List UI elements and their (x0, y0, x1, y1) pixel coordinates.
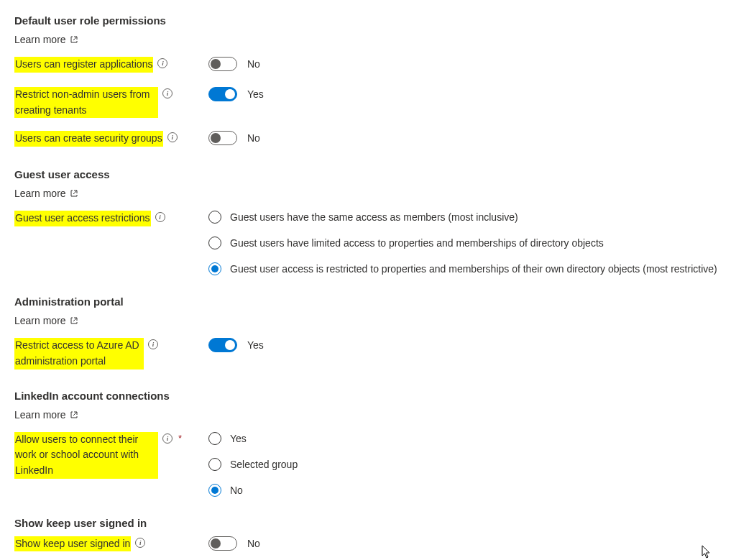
radio-option-guest-1[interactable]: Guest users have limited access to prope… (208, 237, 717, 249)
info-icon[interactable]: i (157, 58, 167, 68)
setting-label: Users can register applications (14, 57, 153, 73)
info-icon[interactable]: i (135, 538, 145, 548)
external-link-icon (70, 189, 78, 198)
section-title: Show keep user signed in (14, 517, 722, 529)
info-icon[interactable]: i (148, 339, 158, 349)
radio-input[interactable] (208, 237, 221, 249)
learn-more-link[interactable]: Learn more (14, 315, 78, 326)
section-guest-access: Guest user access Learn more Guest user … (14, 168, 722, 275)
setting-label: Show keep user signed in (14, 536, 131, 552)
section-title: Administration portal (14, 295, 722, 308)
info-icon[interactable]: i (162, 88, 172, 98)
radio-label: Guest users have the same access as memb… (230, 211, 518, 223)
learn-more-label: Learn more (14, 188, 66, 199)
info-icon[interactable]: i (155, 212, 165, 222)
toggle-restrict-portal[interactable] (208, 338, 237, 352)
radio-input[interactable] (208, 484, 221, 497)
radio-option-guest-2[interactable]: Guest user access is restricted to prope… (208, 262, 717, 275)
setting-row-security-groups: Users can create security groups i No (14, 131, 722, 148)
learn-more-link[interactable]: Learn more (14, 409, 78, 421)
section-title: LinkedIn account connections (14, 390, 722, 402)
toggle-value: Yes (247, 339, 264, 351)
section-title: Default user role permissions (14, 14, 722, 27)
cursor-icon (702, 545, 712, 559)
setting-label: Restrict access to Azure AD administrati… (14, 338, 144, 369)
setting-row-restrict-tenants: Restrict non-admin users from creating t… (14, 87, 722, 118)
radio-label: Yes (230, 433, 247, 444)
toggle-value: No (247, 538, 260, 549)
setting-label: Guest user access restrictions (14, 211, 151, 226)
section-keep-signed-in: Show keep user signed in Show keep user … (14, 517, 722, 554)
radio-label: No (230, 485, 243, 496)
learn-more-label: Learn more (14, 34, 66, 45)
setting-label: Restrict non-admin users from creating t… (14, 87, 158, 118)
setting-row-restrict-portal: Restrict access to Azure AD administrati… (14, 338, 722, 369)
learn-more-link[interactable]: Learn more (14, 188, 78, 199)
external-link-icon (70, 410, 78, 419)
external-link-icon (70, 35, 78, 44)
toggle-security-groups[interactable] (208, 131, 237, 145)
toggle-value: No (247, 58, 260, 70)
setting-row-guest-restrictions: Guest user access restrictions i Guest u… (14, 211, 722, 275)
toggle-register-apps[interactable] (208, 57, 237, 71)
learn-more-link[interactable]: Learn more (14, 34, 78, 45)
setting-row-register-apps: Users can register applications i No (14, 57, 722, 74)
setting-row-keep-signed-in: Show keep user signed in i No (14, 536, 722, 554)
radio-option-linkedin-2[interactable]: No (208, 484, 298, 497)
radio-input[interactable] (208, 211, 221, 224)
radio-label: Guest user access is restricted to prope… (230, 263, 717, 275)
setting-label: Allow users to connect their work or sch… (14, 432, 158, 479)
toggle-restrict-tenants[interactable] (208, 87, 237, 101)
learn-more-label: Learn more (14, 409, 66, 421)
section-linkedin: LinkedIn account connections Learn more … (14, 390, 722, 497)
required-indicator: * (178, 433, 182, 444)
radio-input[interactable] (208, 458, 221, 471)
section-title: Guest user access (14, 168, 722, 180)
setting-row-linkedin: Allow users to connect their work or sch… (14, 432, 722, 497)
radio-option-linkedin-1[interactable]: Selected group (208, 458, 298, 471)
radio-label: Selected group (230, 459, 298, 470)
info-icon[interactable]: i (162, 433, 172, 444)
toggle-keep-signed-in[interactable] (208, 536, 237, 551)
section-admin-portal: Administration portal Learn more Restric… (14, 295, 722, 369)
radio-input[interactable] (208, 432, 221, 445)
external-link-icon (70, 316, 78, 325)
toggle-value: Yes (247, 88, 264, 100)
radio-option-guest-0[interactable]: Guest users have the same access as memb… (208, 211, 717, 224)
radio-label: Guest users have limited access to prope… (230, 237, 604, 249)
toggle-value: No (247, 132, 260, 144)
radio-input[interactable] (208, 262, 221, 275)
learn-more-label: Learn more (14, 315, 66, 326)
setting-label: Users can create security groups (14, 131, 163, 147)
radio-option-linkedin-0[interactable]: Yes (208, 432, 298, 445)
info-icon[interactable]: i (167, 132, 178, 142)
section-default-user-role: Default user role permissions Learn more… (14, 14, 722, 148)
